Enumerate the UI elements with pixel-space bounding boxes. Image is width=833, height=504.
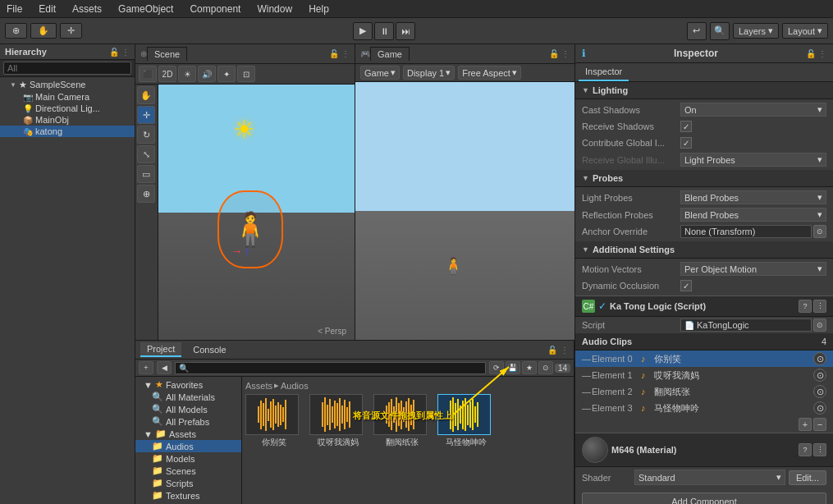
- additional-settings-header[interactable]: ▼ Additional Settings: [575, 241, 833, 259]
- sidebar-all-models[interactable]: 🔍 All Models: [135, 403, 241, 415]
- move-tool-left-btn[interactable]: ✛: [137, 106, 155, 124]
- audio-file-0[interactable]: 你别笑: [245, 394, 303, 448]
- hierarchy-item-samplescene[interactable]: ▼ ★ SampleScene: [0, 79, 135, 91]
- sidebar-models[interactable]: 📁 Models: [135, 452, 241, 465]
- elem-1-circle-btn[interactable]: ⊙: [813, 369, 826, 382]
- undo-btn[interactable]: ↩: [687, 22, 707, 40]
- game-tab[interactable]: Game: [370, 47, 410, 61]
- elem-2-circle-btn[interactable]: ⊙: [813, 385, 826, 398]
- probes-section-header[interactable]: ▼ Probes: [575, 170, 833, 187]
- play-button[interactable]: ▶: [353, 22, 373, 40]
- reflection-probes-dropdown[interactable]: Blend Probes ▾: [680, 208, 826, 222]
- transform-tool-left-btn[interactable]: ⊕: [137, 185, 155, 203]
- elem-0-circle-btn[interactable]: ⊙: [813, 352, 826, 365]
- component-enable-check[interactable]: ✓: [598, 300, 606, 312]
- rect-tool-left-btn[interactable]: ▭: [137, 165, 155, 183]
- sidebar-audios[interactable]: 📁 Audios: [135, 440, 241, 452]
- receive-gi-dropdown[interactable]: Light Probes ▾: [680, 153, 826, 167]
- cast-shadows-dropdown[interactable]: On ▾: [680, 103, 826, 117]
- scene-audio-btn[interactable]: 🔊: [198, 66, 216, 82]
- sidebar-scenes[interactable]: 📁 Scenes: [135, 465, 241, 477]
- project-star-btn[interactable]: ★: [522, 361, 537, 374]
- menu-file[interactable]: File: [3, 2, 25, 16]
- audios-breadcrumb[interactable]: Audios: [281, 381, 309, 391]
- material-settings-btn[interactable]: ⋮: [813, 443, 826, 456]
- hierarchy-lock-icon[interactable]: 🔓: [109, 48, 119, 57]
- transform-tool-btn[interactable]: ⊕: [5, 23, 27, 39]
- script-circle-btn[interactable]: ⊙: [813, 318, 826, 332]
- layers-dropdown[interactable]: Layers ▾: [733, 23, 779, 39]
- scene-fx-btn[interactable]: ✦: [217, 66, 236, 82]
- inspector-lock-icon[interactable]: 🔓: [806, 49, 816, 58]
- scene-tab[interactable]: Scene: [147, 47, 187, 61]
- audio-element-0[interactable]: — Element 0 ♪ 你别笑 ⊙: [575, 351, 833, 367]
- hierarchy-item-maincamera[interactable]: 📷 Main Camera: [0, 91, 135, 103]
- menu-component[interactable]: Component: [186, 2, 244, 16]
- hierarchy-menu-icon[interactable]: ⋮: [121, 48, 130, 57]
- search-toolbar-btn[interactable]: 🔍: [710, 22, 730, 40]
- sidebar-all-materials[interactable]: 🔍 All Materials: [135, 391, 241, 403]
- shader-dropdown[interactable]: Standard ▾: [634, 470, 785, 485]
- scene-shaded-btn[interactable]: ⬛: [139, 66, 157, 82]
- elem-3-circle-btn[interactable]: ⊙: [813, 401, 826, 415]
- audio-element-2[interactable]: — Element 2 ♪ 翻阅纸张 ⊙: [575, 383, 833, 400]
- hierarchy-item-katong[interactable]: 🎭 katong: [0, 126, 135, 137]
- shader-edit-btn[interactable]: Edit...: [789, 470, 826, 485]
- sidebar-scripts[interactable]: 📁 Scripts: [135, 477, 241, 489]
- sidebar-textures[interactable]: 📁 Textures: [135, 489, 241, 502]
- dynamic-occlusion-checkbox[interactable]: ✓: [680, 280, 692, 291]
- lighting-section-header[interactable]: ▼ Lighting: [575, 82, 833, 99]
- add-component-button[interactable]: Add Component: [582, 493, 826, 504]
- display-dropdown[interactable]: Display 1 ▾: [403, 66, 455, 80]
- audio-file-2[interactable]: 翻阅纸张: [373, 394, 431, 448]
- scene-menu-icon[interactable]: ⋮: [341, 49, 350, 58]
- audio-element-3[interactable]: — Element 3 ♪ 马怪物呻吟 ⊙: [575, 400, 833, 416]
- script-help-btn[interactable]: ?: [799, 300, 812, 313]
- project-search2-btn[interactable]: ⊙: [538, 361, 553, 374]
- game-menu-icon[interactable]: ⋮: [561, 49, 570, 58]
- hierarchy-item-mainobj[interactable]: 📦 MainObj: [0, 114, 135, 126]
- move-tool-btn[interactable]: ✛: [60, 23, 82, 39]
- project-menu-icon[interactable]: ⋮: [561, 346, 569, 355]
- scene-gizmos-btn[interactable]: ⊡: [237, 66, 255, 82]
- layout-dropdown[interactable]: Layout ▾: [782, 23, 828, 39]
- add-asset-btn[interactable]: +: [139, 361, 153, 374]
- pause-button[interactable]: ⏸: [374, 22, 394, 40]
- menu-help[interactable]: Help: [305, 2, 332, 16]
- project-refresh-btn[interactable]: ⟳: [489, 361, 504, 374]
- scene-2d-btn[interactable]: 2D: [158, 66, 176, 82]
- console-tab[interactable]: Console: [186, 343, 232, 356]
- anchor-override-input[interactable]: None (Transform): [680, 225, 812, 238]
- audio-add-btn[interactable]: +: [799, 418, 812, 431]
- project-back-btn[interactable]: ◀: [157, 361, 172, 374]
- anchor-circle-btn[interactable]: ⊙: [813, 225, 826, 238]
- script-input[interactable]: 📄 KaTongLogic: [680, 318, 812, 332]
- hand-tool-left-btn[interactable]: ✋: [137, 86, 155, 104]
- project-tab[interactable]: Project: [140, 342, 181, 357]
- scene-light-btn[interactable]: ☀: [178, 66, 196, 82]
- step-button[interactable]: ⏭: [396, 22, 415, 40]
- light-probes-dropdown[interactable]: Blend Probes ▾: [680, 190, 826, 204]
- sidebar-assets[interactable]: ▼ 📁 Assets: [135, 428, 241, 440]
- contribute-gi-checkbox[interactable]: ✓: [680, 137, 692, 149]
- receive-shadows-checkbox[interactable]: ✓: [680, 121, 692, 132]
- project-save-btn[interactable]: 💾: [506, 361, 520, 374]
- game-lock-icon[interactable]: 🔓: [549, 49, 559, 58]
- rotate-tool-left-btn[interactable]: ↻: [137, 126, 155, 144]
- assets-breadcrumb[interactable]: Assets: [245, 381, 272, 391]
- menu-assets[interactable]: Assets: [69, 2, 105, 16]
- sidebar-all-prefabs[interactable]: 🔍 All Prefabs: [135, 415, 241, 428]
- menu-edit[interactable]: Edit: [35, 2, 59, 16]
- game-view-content[interactable]: 🧍: [355, 82, 574, 340]
- motion-vectors-dropdown[interactable]: Per Object Motion ▾: [680, 262, 826, 276]
- game-label-dropdown[interactable]: Game ▾: [360, 66, 400, 80]
- aspect-dropdown[interactable]: Free Aspect ▾: [458, 66, 521, 80]
- audio-element-1[interactable]: — Element 1 ♪ 哎呀我滴妈 ⊙: [575, 367, 833, 383]
- project-lock-icon[interactable]: 🔓: [547, 346, 557, 355]
- material-help-btn[interactable]: ?: [799, 443, 812, 456]
- audio-remove-btn[interactable]: −: [813, 418, 826, 431]
- inspector-menu-icon[interactable]: ⋮: [818, 49, 826, 58]
- project-search-input[interactable]: [175, 362, 486, 374]
- menu-window[interactable]: Window: [254, 2, 295, 16]
- sidebar-favorites[interactable]: ▼ ★ Favorites: [135, 378, 241, 391]
